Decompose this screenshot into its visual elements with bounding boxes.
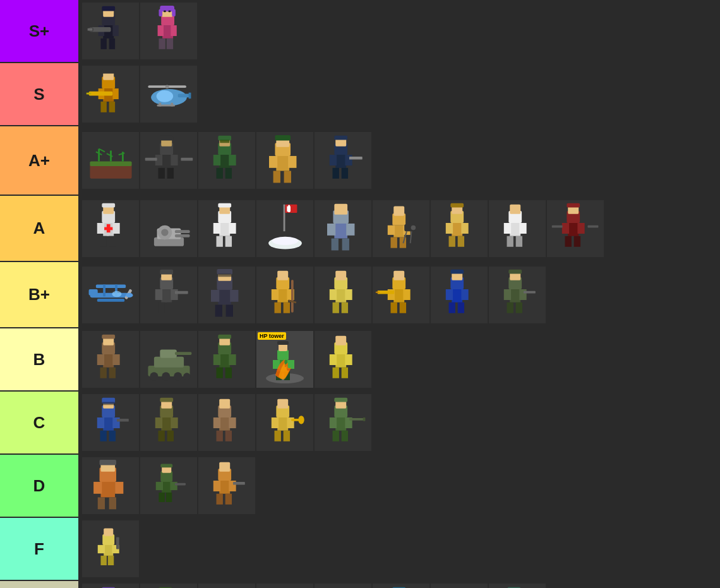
tier-label-ap: A+ (0, 126, 80, 195)
svg-rect-126 (387, 225, 394, 235)
char-dk-4[interactable] (256, 584, 313, 588)
svg-rect-247 (213, 354, 220, 365)
char-bp-8[interactable] (489, 267, 546, 323)
char-d-3[interactable] (198, 457, 255, 514)
svg-rect-214 (445, 289, 452, 300)
svg-rect-90 (112, 223, 119, 234)
svg-rect-43 (90, 161, 131, 166)
char-a-4[interactable] (256, 200, 313, 257)
svg-rect-223 (519, 289, 526, 300)
char-a-9[interactable] (547, 200, 604, 257)
char-c-2[interactable] (140, 394, 197, 451)
svg-rect-327 (174, 483, 185, 485)
svg-rect-69 (220, 140, 229, 143)
char-ap-2[interactable] (140, 132, 197, 189)
char-a-8[interactable] (489, 200, 546, 257)
svg-rect-32 (102, 69, 115, 73)
svg-rect-82 (332, 167, 339, 178)
char-a-3[interactable] (198, 200, 255, 257)
char-c-4[interactable] (256, 394, 313, 451)
char-b-1[interactable] (82, 331, 139, 388)
svg-rect-231 (97, 354, 104, 365)
svg-rect-159 (567, 203, 580, 208)
svg-rect-248 (229, 354, 236, 365)
char-dk-8[interactable] (489, 584, 546, 588)
char-b-3[interactable] (198, 331, 255, 388)
svg-point-116 (272, 237, 298, 245)
svg-rect-106 (229, 223, 236, 234)
svg-rect-271 (97, 417, 104, 428)
char-dk-2[interactable] (140, 584, 197, 588)
svg-rect-234 (109, 367, 115, 378)
char-d-1[interactable] (82, 457, 139, 514)
svg-rect-195 (277, 271, 288, 280)
char-s-1[interactable] (82, 66, 139, 123)
char-bp-4[interactable] (256, 267, 313, 323)
char-bp-7[interactable] (431, 267, 488, 323)
svg-rect-8 (87, 28, 92, 30)
char-ap-1[interactable] (82, 132, 139, 189)
svg-rect-21 (164, 10, 166, 12)
svg-rect-289 (213, 417, 220, 428)
char-dk-1[interactable] (82, 584, 139, 588)
svg-rect-96 (102, 203, 115, 208)
svg-rect-173 (158, 303, 164, 313)
char-sp-2[interactable] (140, 3, 197, 59)
char-bp-3[interactable] (198, 267, 255, 323)
svg-rect-290 (229, 417, 236, 428)
char-bp-2[interactable] (140, 267, 197, 323)
svg-rect-296 (271, 417, 278, 428)
svg-rect-123 (334, 204, 347, 215)
char-s-2[interactable] (140, 66, 197, 123)
char-a-2[interactable] (140, 200, 197, 257)
tier-items-ap (80, 126, 720, 195)
tier-row-d: D (0, 455, 720, 518)
char-ap-4[interactable] (256, 132, 313, 189)
svg-rect-317 (97, 497, 104, 509)
tier-row-c: C (0, 392, 720, 455)
svg-rect-4 (100, 38, 106, 49)
char-ap-5[interactable] (315, 132, 371, 189)
svg-rect-89 (97, 223, 104, 234)
tier-items-c (80, 392, 720, 453)
svg-rect-72 (269, 155, 277, 167)
char-a-1[interactable] (82, 200, 139, 257)
char-b-2[interactable] (140, 331, 197, 388)
char-dk-3[interactable] (198, 584, 255, 588)
svg-rect-181 (230, 290, 238, 302)
char-c-3[interactable] (198, 394, 255, 451)
svg-rect-54 (171, 155, 177, 165)
svg-rect-225 (515, 303, 522, 313)
svg-rect-138 (461, 223, 468, 234)
char-dk-7[interactable] (431, 584, 488, 588)
char-c-5[interactable] (315, 394, 371, 451)
char-b-5[interactable] (315, 331, 371, 388)
char-dk-6[interactable] (373, 584, 429, 588)
tier-row-sp: S+ (0, 0, 720, 63)
char-bp-1[interactable] (82, 267, 139, 323)
char-a-6[interactable] (373, 200, 429, 257)
char-c-1[interactable] (82, 394, 139, 451)
char-a-5[interactable] (315, 200, 371, 257)
svg-rect-342 (100, 555, 106, 565)
char-b-4-hptower[interactable]: HP tower (256, 331, 313, 388)
char-dk-5[interactable] (315, 584, 371, 588)
svg-rect-295 (277, 417, 288, 431)
svg-rect-79 (335, 155, 346, 168)
svg-rect-340 (97, 544, 104, 553)
char-a-7[interactable] (431, 200, 488, 257)
svg-rect-146 (519, 223, 526, 234)
svg-rect-110 (218, 203, 231, 208)
char-bp-6[interactable] (373, 267, 429, 323)
svg-rect-232 (112, 354, 119, 365)
svg-rect-284 (167, 430, 173, 441)
char-sp-1[interactable] (82, 3, 139, 59)
char-d-2[interactable] (140, 457, 197, 514)
svg-rect-174 (167, 303, 173, 313)
svg-rect-136 (452, 223, 462, 236)
tier-label-f: F (0, 518, 80, 580)
char-ap-3[interactable] (198, 132, 255, 189)
tier-row-b: B (0, 328, 720, 392)
char-bp-5[interactable] (315, 267, 371, 323)
char-f-1[interactable] (82, 520, 139, 577)
